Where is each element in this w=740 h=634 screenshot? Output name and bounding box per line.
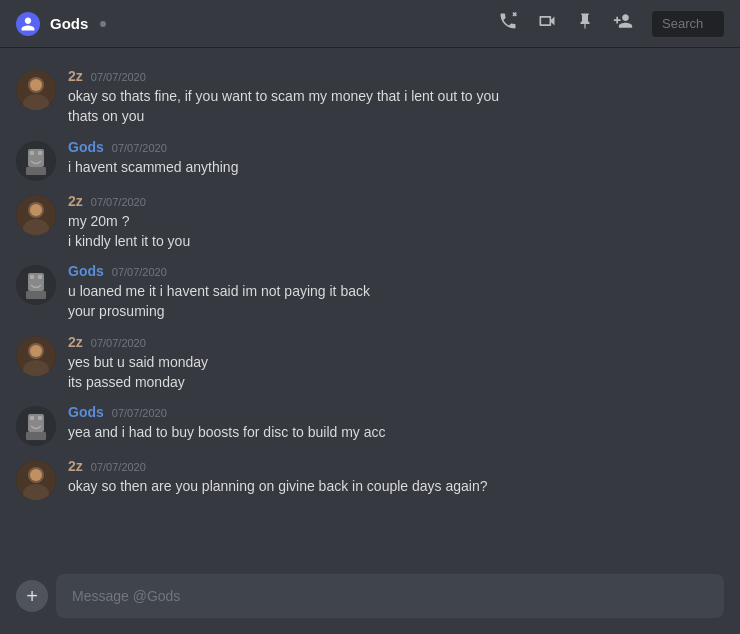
message-content: 2z07/07/2020okay so thats fine, if you w…	[68, 68, 724, 127]
username[interactable]: Gods	[68, 263, 104, 279]
username[interactable]: 2z	[68, 458, 83, 474]
add-button[interactable]: +	[16, 580, 48, 612]
phone-icon[interactable]	[498, 11, 518, 36]
svg-point-5	[30, 79, 42, 91]
message-content: 2z07/07/2020yes but u said mondayits pas…	[68, 334, 724, 393]
svg-rect-8	[26, 167, 46, 175]
message-header: 2z07/07/2020	[68, 68, 724, 84]
avatar[interactable]	[16, 141, 56, 181]
svg-point-23	[30, 345, 42, 357]
svg-rect-19	[38, 275, 42, 279]
message-group: 2z07/07/2020okay so then are you plannin…	[0, 454, 740, 504]
message-text: okay so thats fine, if you want to scam …	[68, 86, 724, 106]
svg-rect-27	[30, 416, 34, 420]
avatar[interactable]	[16, 336, 56, 376]
message-text: thats on you	[68, 106, 724, 126]
timestamp: 07/07/2020	[91, 71, 146, 83]
timestamp: 07/07/2020	[112, 266, 167, 278]
avatar[interactable]	[16, 195, 56, 235]
timestamp: 07/07/2020	[91, 461, 146, 473]
avatar[interactable]	[16, 406, 56, 446]
message-content: Gods07/07/2020yea and i had to buy boost…	[68, 404, 724, 442]
channel-name: Gods	[50, 15, 88, 32]
status-dot	[100, 21, 106, 27]
svg-rect-17	[26, 291, 46, 299]
channel-avatar	[16, 12, 40, 36]
timestamp: 07/07/2020	[112, 407, 167, 419]
message-content: Gods07/07/2020i havent scammed anything	[68, 139, 724, 177]
message-text: your prosuming	[68, 301, 724, 321]
username[interactable]: 2z	[68, 193, 83, 209]
messages-container: 2z07/07/2020okay so thats fine, if you w…	[0, 48, 740, 574]
video-icon[interactable]	[536, 11, 558, 36]
search-input[interactable]	[652, 11, 724, 37]
svg-point-32	[30, 469, 42, 481]
message-header: 2z07/07/2020	[68, 193, 724, 209]
channel-header: Gods	[0, 0, 740, 48]
svg-rect-28	[38, 416, 42, 420]
message-text: yea and i had to buy boosts for disc to …	[68, 422, 724, 442]
svg-point-14	[30, 204, 42, 216]
message-text: okay so then are you planning on givine …	[68, 476, 724, 496]
timestamp: 07/07/2020	[112, 142, 167, 154]
timestamp: 07/07/2020	[91, 337, 146, 349]
username[interactable]: 2z	[68, 68, 83, 84]
header-icons	[498, 11, 724, 37]
username[interactable]: Gods	[68, 139, 104, 155]
message-text: its passed monday	[68, 372, 724, 392]
message-group: Gods07/07/2020i havent scammed anything	[0, 135, 740, 185]
message-content: 2z07/07/2020okay so then are you plannin…	[68, 458, 724, 496]
svg-rect-9	[30, 151, 34, 155]
svg-rect-18	[30, 275, 34, 279]
username[interactable]: Gods	[68, 404, 104, 420]
svg-rect-10	[38, 151, 42, 155]
message-header: 2z07/07/2020	[68, 334, 724, 350]
message-header: Gods07/07/2020	[68, 263, 724, 279]
message-header: Gods07/07/2020	[68, 404, 724, 420]
timestamp: 07/07/2020	[91, 196, 146, 208]
message-input-area: +	[0, 574, 740, 634]
message-group: Gods07/07/2020yea and i had to buy boost…	[0, 400, 740, 450]
pin-icon[interactable]	[576, 11, 594, 36]
svg-rect-26	[26, 432, 46, 440]
message-text: yes but u said monday	[68, 352, 724, 372]
message-text: i havent scammed anything	[68, 157, 724, 177]
message-header: Gods07/07/2020	[68, 139, 724, 155]
message-content: 2z07/07/2020my 20m ?i kindly lent it to …	[68, 193, 724, 252]
message-group: 2z07/07/2020okay so thats fine, if you w…	[0, 64, 740, 131]
avatar[interactable]	[16, 70, 56, 110]
message-input[interactable]	[56, 574, 724, 618]
message-content: Gods07/07/2020u loaned me it i havent sa…	[68, 263, 724, 322]
username[interactable]: 2z	[68, 334, 83, 350]
avatar[interactable]	[16, 265, 56, 305]
message-group: 2z07/07/2020yes but u said mondayits pas…	[0, 330, 740, 397]
message-group: 2z07/07/2020my 20m ?i kindly lent it to …	[0, 189, 740, 256]
message-text: i kindly lent it to you	[68, 231, 724, 251]
avatar[interactable]	[16, 460, 56, 500]
message-text: u loaned me it i havent said im not payi…	[68, 281, 724, 301]
add-friend-icon[interactable]	[612, 11, 634, 36]
message-group: Gods07/07/2020u loaned me it i havent sa…	[0, 259, 740, 326]
message-text: my 20m ?	[68, 211, 724, 231]
message-header: 2z07/07/2020	[68, 458, 724, 474]
